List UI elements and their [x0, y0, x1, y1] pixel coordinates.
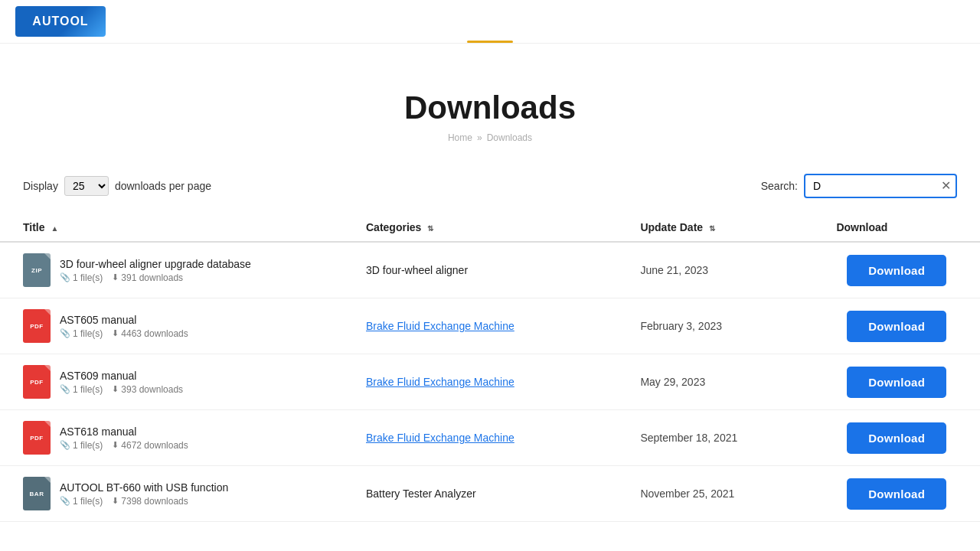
- th-categories[interactable]: Categories ⇅: [343, 214, 617, 242]
- controls-bar: Display 25 10 50 100 downloads per page …: [0, 166, 980, 206]
- title-info: AST609 manual 📎 1 file(s) ⬇ 393 download…: [60, 370, 183, 395]
- page-title-section: Downloads Home » Downloads: [0, 44, 980, 166]
- download-button[interactable]: Download: [847, 367, 946, 398]
- display-control: Display 25 10 50 100 downloads per page: [23, 176, 211, 196]
- search-clear-icon[interactable]: ✕: [941, 180, 951, 192]
- breadcrumb: Home » Downloads: [0, 132, 980, 143]
- th-download-label: Download: [836, 221, 887, 233]
- file-fold: [44, 309, 51, 315]
- th-date-sort-icon: ⇅: [709, 224, 715, 233]
- item-title: AST618 manual: [60, 425, 188, 438]
- breadcrumb-current: Downloads: [487, 132, 532, 143]
- update-date: September 18, 2021: [640, 432, 737, 444]
- downloads-meta: ⬇ 391 downloads: [112, 272, 183, 283]
- table-header: Title ▲ Categories ⇅ Update Date ⇅ Downl…: [0, 214, 980, 242]
- per-page-label: downloads per page: [115, 180, 211, 192]
- file-type-label: ZIP: [31, 267, 42, 274]
- per-page-select[interactable]: 25 10 50 100: [64, 176, 109, 196]
- file-icon-bar: BAR: [23, 477, 51, 510]
- title-info: AST605 manual 📎 1 file(s) ⬇ 4463 downloa…: [60, 314, 188, 339]
- files-icon: 📎: [60, 384, 70, 394]
- downloads-meta: ⬇ 7398 downloads: [112, 496, 188, 507]
- downloads-meta: ⬇ 393 downloads: [112, 384, 183, 395]
- header-row: Title ▲ Categories ⇅ Update Date ⇅ Downl…: [0, 214, 980, 242]
- title-cell: PDF AST618 manual 📎 1 file(s) ⬇ 4672 dow…: [23, 421, 320, 455]
- update-date: June 21, 2023: [640, 264, 708, 276]
- th-title[interactable]: Title ▲: [0, 214, 343, 242]
- file-type-label: BAR: [30, 491, 44, 497]
- download-button[interactable]: Download: [847, 311, 946, 342]
- downloads-meta: ⬇ 4672 downloads: [112, 440, 188, 451]
- title-cell: BAR AUTOOL BT-660 with USB function 📎 1 …: [23, 477, 320, 510]
- category-text: Battery Tester Analyzer: [366, 487, 476, 500]
- file-icon-zip: ZIP: [23, 253, 51, 287]
- downloads-icon: ⬇: [112, 496, 119, 506]
- files-meta: 📎 1 file(s): [60, 440, 103, 451]
- category-link[interactable]: Brake Fluid Exchange Machine: [366, 432, 514, 444]
- breadcrumb-sep: »: [477, 132, 482, 143]
- table-row: PDF AST605 manual 📎 1 file(s) ⬇ 4463 dow…: [0, 298, 980, 354]
- table-row: ZIP 3D four-wheel aligner upgrade databa…: [0, 242, 980, 298]
- files-icon: 📎: [60, 328, 70, 338]
- files-icon: 📎: [60, 272, 70, 282]
- display-label: Display: [23, 180, 58, 192]
- th-update-date[interactable]: Update Date ⇅: [617, 214, 813, 242]
- downloads-icon: ⬇: [112, 328, 119, 338]
- item-title: AUTOOL BT-660 with USB function: [60, 481, 228, 494]
- breadcrumb-home[interactable]: Home: [448, 132, 472, 143]
- file-icon-pdf: PDF: [23, 309, 51, 343]
- title-info: AST618 manual 📎 1 file(s) ⬇ 4672 downloa…: [60, 425, 188, 451]
- th-title-sort-icon: ▲: [51, 224, 58, 233]
- th-categories-sort-icon: ⇅: [427, 224, 433, 233]
- th-download: Download: [813, 214, 980, 242]
- search-input-wrapper: ✕: [804, 174, 957, 198]
- download-button[interactable]: Download: [847, 478, 946, 510]
- title-cell: PDF AST605 manual 📎 1 file(s) ⬇ 4463 dow…: [23, 309, 320, 343]
- search-input[interactable]: [804, 174, 957, 198]
- title-meta: 📎 1 file(s) ⬇ 4672 downloads: [60, 440, 188, 451]
- file-icon-pdf: PDF: [23, 421, 51, 455]
- file-fold: [44, 365, 51, 371]
- title-cell: ZIP 3D four-wheel aligner upgrade databa…: [23, 253, 320, 287]
- file-type-label: PDF: [30, 435, 44, 442]
- category-link[interactable]: Brake Fluid Exchange Machine: [366, 320, 514, 332]
- files-meta: 📎 1 file(s): [60, 328, 103, 339]
- search-label: Search:: [761, 180, 798, 192]
- files-meta: 📎 1 file(s): [60, 272, 103, 283]
- download-button[interactable]: Download: [847, 255, 946, 286]
- table-body: ZIP 3D four-wheel aligner upgrade databa…: [0, 242, 980, 522]
- file-type-label: PDF: [30, 323, 44, 330]
- title-meta: 📎 1 file(s) ⬇ 393 downloads: [60, 384, 183, 395]
- files-icon: 📎: [60, 440, 70, 450]
- downloads-table: Title ▲ Categories ⇅ Update Date ⇅ Downl…: [0, 214, 980, 522]
- page-title: Downloads: [0, 90, 980, 126]
- downloads-icon: ⬇: [112, 440, 119, 450]
- item-title: 3D four-wheel aligner upgrade database: [60, 258, 251, 270]
- update-date: May 29, 2023: [640, 376, 705, 388]
- title-info: AUTOOL BT-660 with USB function 📎 1 file…: [60, 481, 228, 507]
- table-row: PDF AST618 manual 📎 1 file(s) ⬇ 4672 dow…: [0, 410, 980, 466]
- title-cell: PDF AST609 manual 📎 1 file(s) ⬇ 393 down…: [23, 365, 320, 399]
- file-fold: [44, 253, 51, 259]
- file-type-label: PDF: [30, 379, 44, 386]
- update-date: February 3, 2023: [640, 320, 722, 332]
- category-link[interactable]: Brake Fluid Exchange Machine: [366, 376, 514, 388]
- th-categories-label: Categories: [366, 221, 421, 233]
- download-button[interactable]: Download: [847, 422, 946, 454]
- files-icon: 📎: [60, 496, 70, 506]
- downloads-icon: ⬇: [112, 384, 119, 394]
- logo-text: AUTOOL: [32, 15, 88, 28]
- item-title: AST605 manual: [60, 314, 188, 326]
- header: AUTOOL: [0, 0, 980, 44]
- logo-area: AUTOOL: [15, 6, 106, 37]
- table-row: PDF AST609 manual 📎 1 file(s) ⬇ 393 down…: [0, 354, 980, 410]
- downloads-icon: ⬇: [112, 272, 119, 282]
- category-text: 3D four-wheel aligner: [366, 264, 468, 276]
- logo[interactable]: AUTOOL: [15, 6, 106, 37]
- title-meta: 📎 1 file(s) ⬇ 4463 downloads: [60, 328, 188, 339]
- table-row: BAR AUTOOL BT-660 with USB function 📎 1 …: [0, 466, 980, 522]
- downloads-meta: ⬇ 4463 downloads: [112, 328, 188, 339]
- file-fold: [44, 421, 51, 427]
- files-meta: 📎 1 file(s): [60, 384, 103, 395]
- nav-underline: [467, 41, 513, 43]
